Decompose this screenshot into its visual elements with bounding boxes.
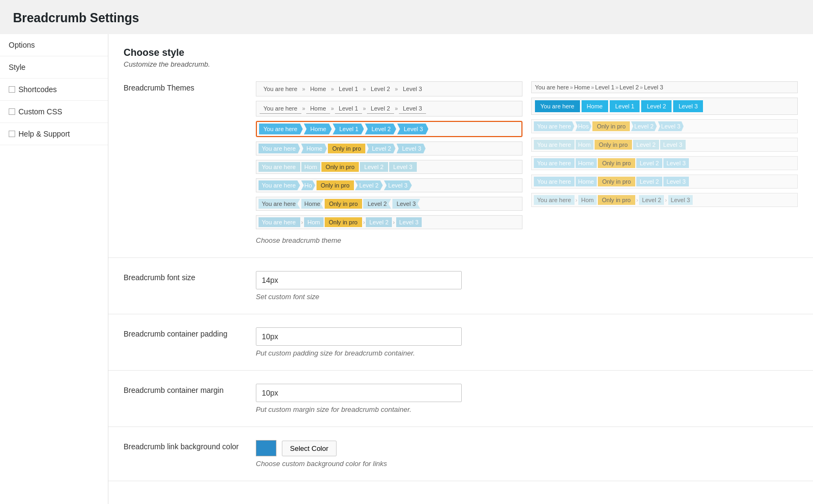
bc-item: Level 2: [367, 104, 393, 114]
bc-item: You are here: [534, 158, 575, 168]
theme-right-pro-1[interactable]: You are here Hos Only in pro Level 2 Lev…: [531, 119, 798, 133]
bc-item: You are here: [534, 140, 575, 150]
theme-row-flat-pro[interactable]: You are here Home Only in pro Level 2 Le…: [256, 141, 522, 156]
bc-sep: ›: [636, 197, 638, 203]
bc-item: Level 3: [663, 158, 689, 168]
sidebar-item-label: Options: [9, 41, 35, 49]
bc-item: You are here: [534, 177, 575, 186]
pro-badge: Only in pro: [592, 121, 630, 131]
choose-style-title: Choose style: [124, 47, 798, 59]
bc-flat-item: Level 3: [397, 144, 425, 153]
choose-style-header: Choose style Customize the breadcrumb.: [108, 34, 813, 68]
bc-item: Home: [306, 104, 330, 114]
select-color-button[interactable]: Select Color: [282, 441, 337, 456]
bc-item: Level 2: [367, 84, 393, 94]
link-color-hint: Choose custom background color for links: [256, 460, 798, 468]
sidebar-item-shortcodes[interactable]: Shortcodes: [0, 79, 108, 101]
bc-sep: ›: [301, 219, 304, 225]
bc-sep: ›: [393, 219, 395, 225]
sidebar-item-label: Help & Support: [18, 130, 70, 138]
bc-item: Level 3: [384, 180, 411, 190]
pro-badge: Only in pro: [598, 195, 635, 205]
sidebar-item-style[interactable]: Style: [0, 56, 108, 79]
bc-item: You are here: [259, 180, 300, 190]
bc-arrow-item: Home: [304, 124, 332, 134]
bc-sep: »: [640, 85, 643, 91]
main-content: Choose style Customize the breadcrumb. B…: [108, 34, 813, 504]
bc-item: You are here: [534, 121, 575, 131]
bc-item: Level 1: [610, 100, 640, 112]
bc-item: Home: [576, 158, 597, 168]
bc-item: Home: [301, 199, 324, 209]
theme-row-tabs-pro[interactable]: You are here Home Only in pro Level 2 Le…: [256, 197, 522, 211]
sidebar-item-help[interactable]: Help & Support: [0, 123, 108, 145]
theme-right-plain[interactable]: You are here » Home » Level 1 » Level 2 …: [531, 81, 798, 93]
padding-label: Breadcrumb container padding: [124, 327, 243, 338]
color-row: Select Color: [256, 440, 798, 456]
theme-right-pro-2[interactable]: You are here Hom Only in pro Level 2 Lev…: [531, 138, 798, 152]
bc-item: You are here: [260, 84, 301, 94]
theme-right-solid[interactable]: You are here Home Level 1 Level 2 Level …: [531, 98, 798, 115]
bc-item: Level 2: [366, 217, 391, 227]
font-size-section: Breadcrumb font size Set custom font siz…: [108, 258, 813, 314]
bc-item: You are here: [535, 100, 580, 112]
font-size-label: Breadcrumb font size: [124, 271, 243, 282]
bc-item: Hos: [576, 121, 592, 131]
bc-item: You are here: [534, 195, 575, 205]
font-size-input[interactable]: [256, 271, 462, 289]
themes-col-left: You are here » Home » Level 1 » Level 2 …: [256, 81, 522, 229]
checkbox-icon: [9, 131, 15, 137]
page-wrapper: Breadcrumb Settings Options Style Shortc…: [0, 0, 813, 504]
bc-item: Level 2: [631, 121, 656, 131]
bc-item: Level 3: [668, 195, 693, 205]
color-swatch[interactable]: [256, 440, 276, 456]
bc-flat-item: Home: [301, 144, 327, 153]
pro-badge: Only in pro: [325, 217, 362, 227]
margin-content: Put custom margin size for breadcrumb co…: [256, 384, 798, 413]
bc-item: Level 2: [639, 195, 663, 205]
themes-label: Breadcrumb Themes: [124, 81, 243, 92]
checkbox-icon: [9, 86, 15, 93]
theme-right-pro-5[interactable]: You are here › Hom Only in pro › Level 2…: [531, 193, 798, 207]
bc-sep: »: [363, 86, 366, 92]
bc-sep: »: [395, 86, 398, 92]
theme-right-pro-3[interactable]: You are here Home Only in pro Level 2 Le…: [531, 156, 798, 170]
bc-item: Level 3: [644, 84, 663, 91]
bc-item: Level 2: [355, 180, 383, 190]
bc-flat-item: You are here: [259, 144, 300, 153]
padding-input[interactable]: [256, 327, 462, 346]
bc-item: You are here: [259, 217, 300, 227]
bc-item: Home: [582, 100, 608, 112]
bc-sep: »: [302, 106, 306, 112]
sidebar-item-custom-css[interactable]: Custom CSS: [0, 101, 108, 123]
bc-sep: ›: [665, 197, 667, 203]
bc-item: Level 2: [620, 84, 638, 91]
bc-item: Hom: [304, 217, 323, 227]
bc-sep: »: [395, 106, 398, 112]
bc-item: Home: [574, 84, 590, 91]
bc-item: Level 3: [389, 162, 417, 172]
link-color-label: Breadcrumb link background color: [124, 440, 243, 451]
sidebar-item-label: Shortcodes: [18, 85, 57, 94]
bc-sep: »: [363, 106, 366, 112]
pro-badge: Only in pro: [325, 199, 362, 209]
theme-right-pro-4[interactable]: You are here Home Only in pro Level 2 Le…: [531, 175, 798, 189]
theme-row-angular-pro[interactable]: You are here Ho Only in pro Level 2 Leve…: [256, 178, 522, 192]
theme-row-underline[interactable]: You are here » Home » Level 1 » Level 2 …: [256, 101, 522, 117]
theme-row-light-pro[interactable]: You are here Hom Only in pro Level 2 Lev…: [256, 160, 522, 174]
bc-sep: »: [331, 106, 334, 112]
sidebar-item-label: Style: [9, 63, 25, 72]
margin-hint: Put custom margin size for breadcrumb co…: [256, 405, 798, 413]
theme-row-chevron-pro[interactable]: You are here › Hom Only in pro › Level 2…: [256, 215, 522, 229]
bc-item: You are here: [259, 162, 300, 172]
font-size-hint: Set custom font size: [256, 293, 798, 301]
pro-badge: Only in pro: [595, 140, 632, 150]
bc-item: You are here: [259, 199, 300, 209]
theme-row-plain[interactable]: You are here » Home » Level 1 » Level 2 …: [256, 81, 522, 96]
margin-input[interactable]: [256, 384, 462, 402]
themes-grid: You are here » Home » Level 1 » Level 2 …: [256, 81, 798, 229]
bc-item: Level 3: [658, 121, 683, 131]
theme-row-arrows-selected[interactable]: You are here Home Level 1 Level 2 Level …: [256, 121, 522, 137]
sidebar-item-options[interactable]: Options: [0, 34, 108, 56]
bc-sep: »: [331, 86, 334, 92]
